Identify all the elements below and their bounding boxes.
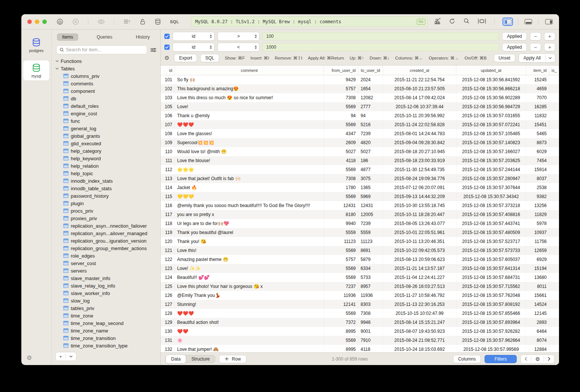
sidebar-item-time_zone_transition[interactable]: time_zone_transition (55, 334, 160, 342)
apply-all-button[interactable]: Apply All (519, 54, 555, 63)
sidebar-item-password_history[interactable]: password_history (55, 192, 160, 200)
cell-to_user_id[interactable]: 11936 (358, 291, 383, 300)
sidebar-item-replication_asynailover_managed[interactable]: replication_asyn...ailover_managed (55, 230, 160, 237)
cell-is_[interactable] (549, 237, 559, 246)
cell-comment[interactable]: Love that jacket! Outfit is fab 🙌🏻 (175, 174, 324, 183)
cell-item_id[interactable]: 6464 (526, 327, 549, 336)
cell-from_user_id[interactable]: 4118 (324, 156, 358, 165)
cell-created_at[interactable]: 2015-08-10 21:23:57.505 (383, 84, 456, 93)
cell-from_user_id[interactable]: 94 (324, 111, 358, 120)
filters-button[interactable]: Filters (485, 355, 517, 363)
cell-to_user_id[interactable]: 5969 (358, 192, 383, 201)
search-icon[interactable] (464, 18, 470, 25)
column-header-is_[interactable]: is_ (549, 66, 559, 75)
table-row[interactable]: 128❤️❤️❤️556973082015-10-15 10:02:47.992… (161, 309, 559, 318)
cell-updated_at[interactable]: 2015-12-08 15:30:57.480509 (456, 228, 526, 237)
filter-applied-button[interactable]: Applied (502, 32, 527, 40)
table-row[interactable]: 123Love! ✨✨556963342015-11-21 14:13:57.1… (161, 264, 559, 273)
sidebar-item-help_category[interactable]: help_category (55, 147, 160, 155)
prev-page-button[interactable] (521, 355, 531, 363)
cell-updated_at[interactable]: 2015-12-08 15:30:57.641314 (456, 264, 526, 273)
sidebar-item-db[interactable]: db (55, 95, 160, 102)
sql-toolbar-label[interactable]: SQL (170, 19, 179, 24)
filter-sliders-icon[interactable] (150, 47, 157, 53)
cell-created_at[interactable]: 2015-10-24 18:15:03.692 (383, 345, 456, 352)
cell-id[interactable]: 120 (161, 237, 175, 246)
cell-is_[interactable] (549, 282, 559, 291)
cell-updated_at[interactable]: 2015-12-08 15:30:56.841592 (456, 75, 526, 84)
pending-changes-icon[interactable] (123, 19, 131, 25)
sidebar-item-procs_priv[interactable]: procs_priv (55, 207, 160, 215)
cell-updated_at[interactable]: 2015-12-08 15:30:57.166027 (456, 147, 526, 156)
sidebar-item-time_zone_name[interactable]: time_zone_name (55, 327, 160, 334)
cell-created_at[interactable]: 2015-08-24 21:08:52.771 (383, 336, 456, 345)
cell-is_[interactable] (549, 102, 559, 111)
cell-item_id[interactable]: 15914 (526, 165, 549, 174)
table-row[interactable]: 107❤️❤️❤️556952162015-11-24 22:02:58.828… (161, 120, 559, 129)
column-header-id[interactable]: id (161, 66, 175, 75)
connection-mysql[interactable]: mysql (23, 60, 49, 80)
cell-to_user_id[interactable]: 12005 (358, 210, 383, 219)
cancel-query-icon[interactable] (72, 18, 79, 25)
cell-created_at[interactable]: 2015-10-22 09:42:05.573 (383, 246, 456, 255)
table-row[interactable]: 130❤️❤️899590012015-08-07 19:43:50.92320… (161, 327, 559, 336)
sidebar-section-functions[interactable]: Functions (55, 57, 160, 65)
cell-comment[interactable]: ❤️❤️❤️ (175, 120, 324, 129)
cell-to_user_id[interactable]: 7239 (358, 129, 383, 138)
cell-updated_at[interactable]: 2015-12-08 15:30:57.031655 (456, 111, 526, 120)
cell-is_[interactable] (549, 120, 559, 129)
cell-created_at[interactable]: 2015-11-27 10:58:46.792 (383, 291, 456, 300)
cell-updated_at[interactable]: 2015-12-08 15:30:57.893964 (456, 318, 526, 327)
cell-id[interactable]: 121 (161, 246, 175, 255)
cell-from_user_id[interactable]: 8995 (324, 327, 358, 336)
cell-item_id[interactable]: 4659 (526, 84, 549, 93)
cell-to_user_id[interactable]: 9946 (358, 318, 383, 327)
cell-item_id[interactable]: 8074 (526, 336, 549, 345)
add-item-button[interactable]: + (56, 352, 66, 361)
cell-comment[interactable]: ❤️❤️❤️ (175, 309, 324, 318)
cell-to_user_id[interactable]: 4820 (358, 138, 383, 147)
cell-comment[interactable]: Love this dress so much 😍 so nice for su… (175, 93, 324, 102)
cell-created_at[interactable]: 2015-11-21 22:12:54.754 (383, 75, 456, 84)
cell-from_user_id[interactable]: 5569 (324, 165, 358, 174)
cell-comment[interactable]: Thank you beautiful @laurel (175, 228, 324, 237)
table-row[interactable]: 109Supercool💥💥💥260948202015-09-04 09:28:… (161, 138, 559, 147)
table-row[interactable]: 124Beautiful!! 💕💕556957332015-11-04 12:2… (161, 273, 559, 282)
cell-id[interactable]: 119 (161, 228, 175, 237)
cell-from_user_id[interactable]: 5569 (324, 120, 358, 129)
cell-created_at[interactable]: 2015-10-11 20:39:56.992 (383, 111, 456, 120)
filter-value-input[interactable]: 1000 (262, 43, 499, 51)
cell-is_[interactable] (549, 201, 559, 210)
cell-id[interactable]: 118 (161, 219, 175, 228)
cell-updated_at[interactable]: 2015-12-08 15:30:57.573733 (456, 246, 526, 255)
cell-is_[interactable] (549, 138, 559, 147)
cell-item_id[interactable]: 16285 (526, 102, 549, 111)
cell-is_[interactable] (549, 84, 559, 93)
column-header-item_id[interactable]: item_id (526, 66, 549, 75)
cell-comment[interactable]: Thank you! 😘 (175, 237, 324, 246)
cell-to_user_id[interactable]: 8691 (358, 246, 383, 255)
cell-id[interactable]: 123 (161, 264, 175, 273)
cell-created_at[interactable]: 2015-10-01 22:05:51.961 (383, 228, 456, 237)
cell-id[interactable]: 128 (161, 309, 175, 318)
cell-comment[interactable]: Beautiful action shot! (175, 318, 324, 327)
table-row[interactable]: 129Beautiful action shot!737299462015-08… (161, 318, 559, 327)
table-row[interactable]: 110Would love to! @mith 😁502750272015-08… (161, 147, 559, 156)
cell-from_user_id[interactable]: 7308 (324, 174, 358, 183)
cell-updated_at[interactable]: 2015-12-08 15:30:57.926282 (456, 327, 526, 336)
cell-comment[interactable]: This background is amazing😍 (175, 84, 324, 93)
cell-item_id[interactable]: 12659 (526, 246, 549, 255)
cell-item_id[interactable]: 9382 (526, 192, 549, 201)
table-row[interactable]: 102This background is amazing😍5757165420… (161, 84, 559, 93)
cell-to_user_id[interactable]: 94 (358, 111, 383, 120)
connection-postgres[interactable]: postgres (23, 35, 49, 55)
table-row[interactable]: 103Love this dress so much 😍 so nice for… (161, 93, 559, 102)
cell-is_[interactable] (549, 129, 559, 138)
cell-from_user_id[interactable]: 2609 (324, 138, 358, 147)
filter-checkbox[interactable] (164, 34, 170, 39)
sidebar-item-columns_priv[interactable]: columns_priv (55, 72, 160, 80)
sidebar-item-replication_grouiguration_version[interactable]: replication_grou...iguration_version (55, 237, 160, 244)
table-row[interactable]: 112🌟🌟🌟556948772015-11-30 12:54:49.735201… (161, 165, 559, 174)
filter-remove-button[interactable]: − (530, 43, 541, 51)
cell-from_user_id[interactable]: 1780 (324, 183, 358, 192)
